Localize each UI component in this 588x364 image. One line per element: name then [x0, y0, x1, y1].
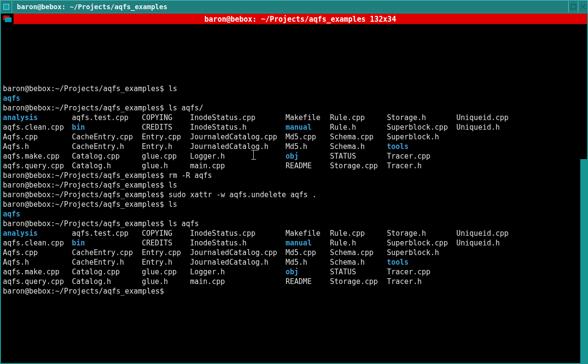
app-icon[interactable] [1, 13, 14, 24]
file-entry: glue.cpp [142, 267, 190, 277]
system-menu-icon[interactable] [0, 1, 12, 13]
file-entry: JournaledCatalog.h [190, 257, 286, 267]
file-entry: Catalog.h [72, 277, 142, 286]
listing-row: aqfs.query.cppCatalog.hglue.hmain.cppREA… [3, 277, 585, 286]
prompt-line: baron@bebox:~/Projects/aqfs_examples$ ls… [3, 219, 585, 229]
file-entry: InodeStatus.h [190, 122, 286, 132]
listing-row: aqfs.query.cppCatalog.hglue.hmain.cppREA… [3, 161, 585, 171]
file-entry: Superblock.cpp [387, 122, 456, 132]
close-button[interactable] [578, 1, 588, 13]
file-entry: README [286, 277, 330, 286]
file-entry: Makefile [286, 229, 330, 238]
file-entry: STATUS [330, 151, 387, 161]
file-entry: Storage.cpp [330, 161, 387, 171]
file-entry: aqfs.make.cpp [3, 151, 72, 161]
file-entry: Md5.h [286, 257, 330, 267]
file-entry: Uniqueid.cpp [456, 229, 505, 238]
file-entry: Md5.cpp [286, 132, 330, 142]
file-entry: Storage.h [387, 113, 456, 122]
file-entry: tools [387, 142, 456, 151]
file-entry: Rule.cpp [330, 113, 387, 122]
file-entry [456, 132, 505, 142]
file-entry: InodeStatus.h [190, 238, 286, 248]
file-entry: main.cpp [190, 277, 286, 286]
file-entry: JournaledCatalog.h [190, 142, 286, 151]
file-entry: obj [286, 151, 330, 161]
listing-row: analysisaqfs.test.cppCOPYINGInodeStatus.… [3, 113, 585, 122]
file-entry: Rule.cpp [330, 229, 387, 238]
file-entry: Schema.h [330, 142, 387, 151]
file-entry: Tracer.cpp [387, 267, 456, 277]
file-entry: CacheEntry.h [72, 142, 142, 151]
listing-row: aqfs.clean.cppbinCREDITSInodeStatus.hman… [3, 238, 585, 248]
file-entry: Entry.cpp [142, 248, 190, 257]
ls-output: aqfs [3, 94, 585, 103]
listing-row: analysisaqfs.test.cppCOPYINGInodeStatus.… [3, 229, 585, 238]
prompt-line: baron@bebox:~/Projects/aqfs_examples$ [3, 286, 585, 296]
titlebar-buttons [568, 1, 588, 13]
file-entry: COPYING [142, 229, 190, 238]
titlebar[interactable]: baron@bebox: ~/Projects/aqfs_examples [0, 0, 588, 13]
file-entry: Entry.cpp [142, 132, 190, 142]
file-entry: Logger.h [190, 151, 286, 161]
file-entry: glue.cpp [142, 151, 190, 161]
prompt-line: baron@bebox:~/Projects/aqfs_examples$ ls [3, 200, 585, 209]
file-entry: manual [286, 238, 330, 248]
file-entry: Catalog.cpp [72, 151, 142, 161]
file-entry: Makefile [286, 113, 330, 122]
listing-row: aqfs.make.cppCatalog.cppglue.cppLogger.h… [3, 151, 585, 161]
file-entry: InodeStatus.cpp [190, 229, 286, 238]
file-entry: CacheEntry.cpp [72, 248, 142, 257]
file-entry: JournaledCatalog.cpp [190, 248, 286, 257]
file-entry: Aqfs.cpp [3, 132, 72, 142]
listing-row: aqfs.clean.cppbinCREDITSInodeStatus.hman… [3, 122, 585, 132]
listing-row: Aqfs.cppCacheEntry.cppEntry.cppJournaled… [3, 248, 585, 257]
listing-row: Aqfs.hCacheEntry.hEntry.hJournaledCatalo… [3, 142, 585, 151]
file-entry: Rule.h [330, 238, 387, 248]
file-entry: Storage.h [387, 229, 456, 238]
file-entry: analysis [3, 229, 72, 238]
file-entry: COPYING [142, 113, 190, 122]
file-entry: Aqfs.h [3, 257, 72, 267]
file-entry: Superblock.h [387, 248, 456, 257]
file-entry: CacheEntry.cpp [72, 132, 142, 142]
file-entry: Schema.cpp [330, 248, 387, 257]
file-entry: Superblock.h [387, 132, 456, 142]
svg-rect-0 [571, 4, 576, 9]
scrollbar[interactable] [580, 24, 587, 363]
ls-output: aqfs [3, 209, 585, 219]
file-entry: JournaledCatalog.cpp [190, 132, 286, 142]
file-entry: Aqfs.cpp [3, 248, 72, 257]
file-entry: Uniqueid.cpp [456, 113, 505, 122]
file-entry: aqfs.query.cpp [3, 277, 72, 286]
file-entry: Aqfs.h [3, 142, 72, 151]
file-entry: InodeStatus.cpp [190, 113, 286, 122]
maximize-button[interactable] [568, 1, 578, 13]
file-entry: README [286, 161, 330, 171]
file-entry: aqfs.test.cpp [72, 229, 142, 238]
file-entry: Md5.cpp [286, 248, 330, 257]
terminal-window: baron@bebox: ~/Projects/aqfs_examples ba… [0, 0, 588, 364]
file-entry: manual [286, 122, 330, 132]
listing-row: Aqfs.cppCacheEntry.cppEntry.cppJournaled… [3, 132, 585, 142]
file-entry [456, 248, 505, 257]
file-entry: glue.h [142, 161, 190, 171]
terminal-frame: baron@bebox: ~/Projects/aqfs_examples 13… [0, 13, 588, 364]
file-entry [456, 277, 505, 286]
prompt-line: baron@bebox:~/Projects/aqfs_examples$ su… [3, 190, 585, 200]
file-entry: CREDITS [142, 122, 190, 132]
terminal-body[interactable]: baron@bebox:~/Projects/aqfs_examples$ ls… [1, 24, 587, 363]
file-entry: aqfs.make.cpp [3, 267, 72, 277]
file-entry: Superblock.cpp [387, 238, 456, 248]
window-title: baron@bebox: ~/Projects/aqfs_examples [12, 3, 568, 11]
file-entry: obj [286, 267, 330, 277]
scrollbar-thumb[interactable] [580, 159, 587, 363]
file-entry: CREDITS [142, 238, 190, 248]
file-entry: analysis [3, 113, 72, 122]
file-entry: Logger.h [190, 267, 286, 277]
file-entry: Rule.h [330, 122, 387, 132]
file-entry: tools [387, 257, 456, 267]
file-entry: glue.h [142, 277, 190, 286]
file-entry: Uniqueid.h [456, 122, 505, 132]
file-entry: CacheEntry.h [72, 257, 142, 267]
